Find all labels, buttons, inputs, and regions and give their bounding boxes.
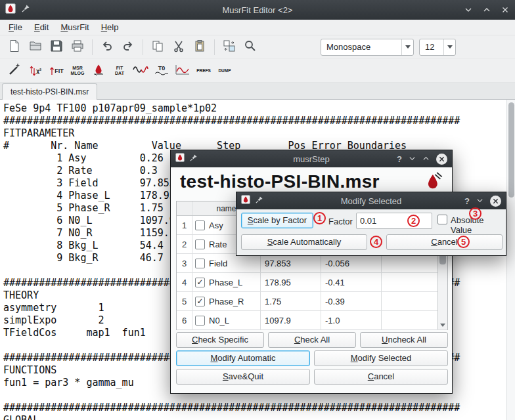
print-icon <box>71 39 84 55</box>
scale-by-factor-button[interactable]: Scale by Factor <box>241 213 313 228</box>
close-icon[interactable] <box>436 154 447 165</box>
musrfit-toolbar: χ² FIT MSR MLOG FIT DAT T0 PREFS DUMP <box>0 59 515 83</box>
paste-button[interactable] <box>189 37 210 57</box>
menu-item[interactable]: Help <box>95 20 125 34</box>
undo-button[interactable] <box>97 37 118 57</box>
param-name: N0_L <box>209 316 229 326</box>
redo-button[interactable] <box>118 37 139 57</box>
cut-button[interactable] <box>168 37 189 57</box>
table-row: 6 N0_L 1097.9 -1.0 <box>177 311 447 330</box>
cancel-button[interactable]: Cancel <box>386 234 503 250</box>
copy-button[interactable] <box>147 37 168 57</box>
undo-icon <box>101 39 114 55</box>
dump-button[interactable]: DUMP <box>214 61 235 81</box>
chevron-down-icon[interactable] <box>401 39 413 55</box>
window-title: MusrFit Editor <2> <box>0 5 515 15</box>
modify-selected-button[interactable]: Modify Selected <box>314 350 448 366</box>
row-number: 1 <box>177 216 192 234</box>
musrstep-dialog: musrStep ? test-histo-PSI-BIN.msr name 1… <box>170 150 453 394</box>
editor-scrollbar[interactable] <box>506 100 515 420</box>
modify-automatic-button[interactable]: Modify Automatic <box>176 350 310 366</box>
dump-icon: DUMP <box>215 68 235 74</box>
uncheck-all-button[interactable]: Uncheck All <box>360 332 448 348</box>
annotation-5-circle: 5 <box>457 236 470 248</box>
prefs-icon: PREFS <box>194 68 213 74</box>
param-value: 178.95 <box>261 273 321 291</box>
calc-chisq-icon: χ² <box>30 66 41 76</box>
row-number: 6 <box>177 311 192 329</box>
cancel-button[interactable]: Cancel <box>314 369 448 385</box>
help-icon[interactable]: ? <box>397 154 402 164</box>
wave-button[interactable] <box>130 61 151 81</box>
row-checkbox[interactable] <box>195 259 205 268</box>
close-icon[interactable] <box>501 5 510 14</box>
musrview-icon <box>93 64 104 78</box>
menubar: FileEditMusrFitHelp <box>0 20 515 35</box>
fit-dat-button[interactable]: FIT DAT <box>109 61 130 81</box>
scroll-down-icon[interactable] <box>438 320 447 329</box>
param-name: Field <box>209 259 227 268</box>
font-size-value: 12 <box>420 42 443 52</box>
musrfit-button[interactable]: FIT <box>46 61 67 81</box>
scrollbar-thumb[interactable] <box>508 102 514 198</box>
font-select[interactable]: Monospace <box>321 39 414 56</box>
app-logo-icon <box>175 153 185 165</box>
print-button[interactable] <box>67 37 88 57</box>
pin-icon[interactable] <box>255 195 263 207</box>
close-icon[interactable] <box>490 196 501 207</box>
new-file-button[interactable] <box>4 37 25 57</box>
calc-chisq-button[interactable]: χ² <box>25 61 46 81</box>
param-step: -1.0 <box>321 311 382 329</box>
pin-icon[interactable] <box>189 153 198 165</box>
modify-titlebar: Modify Selected ? <box>236 192 506 209</box>
factor-input[interactable] <box>356 213 432 229</box>
musrwiz-button[interactable] <box>4 61 25 81</box>
font-size-select[interactable]: 12 <box>419 39 456 56</box>
fit-dat-icon: FIT DAT <box>110 66 129 76</box>
menu-item[interactable]: Edit <box>28 20 55 34</box>
save-button[interactable] <box>46 37 67 57</box>
main-toolbar: Monospace 12 <box>0 35 515 59</box>
row-checkbox[interactable] <box>195 316 205 326</box>
check-all-button[interactable]: Check All <box>268 332 356 348</box>
musrview-button[interactable] <box>88 61 109 81</box>
save-quit-button[interactable]: Save&Quit <box>176 369 310 385</box>
factor-label: Factor <box>328 217 353 226</box>
param-step: -0.41 <box>321 273 382 291</box>
minimize-icon[interactable] <box>476 195 483 207</box>
annotation-4-circle: 4 <box>370 236 382 248</box>
maximize-icon[interactable] <box>482 5 491 14</box>
row-checkbox[interactable]: ✓ <box>195 297 205 306</box>
row-number: 2 <box>177 235 192 253</box>
plot-button[interactable] <box>172 61 193 81</box>
minimize-icon[interactable] <box>464 5 473 14</box>
find-button[interactable] <box>240 37 261 57</box>
swap-msr-mlog-button[interactable]: MSR MLOG <box>67 61 88 81</box>
wave-icon <box>133 64 148 78</box>
t0-button[interactable]: T0 <box>151 61 172 81</box>
scale-automatically-button[interactable]: Scale Automatically <box>241 234 367 250</box>
open-file-button[interactable] <box>25 37 46 57</box>
minimize-icon[interactable] <box>409 153 416 165</box>
chevron-down-icon[interactable] <box>443 39 455 55</box>
help-icon[interactable]: ? <box>464 196 470 206</box>
param-name: Asy <box>209 220 223 230</box>
tab-msr-file[interactable]: test-histo-PSI-BIN.msr <box>2 83 97 100</box>
replace-button[interactable] <box>219 37 240 57</box>
prefs-button[interactable]: PREFS <box>193 61 214 81</box>
absolute-value-checkbox[interactable] <box>437 215 447 224</box>
row-checkbox[interactable]: ✓ <box>195 278 205 287</box>
window-titlebar: MusrFit Editor <2> <box>0 0 515 20</box>
maximize-icon[interactable] <box>422 153 430 165</box>
param-name: Phase_R <box>209 297 244 306</box>
paste-icon <box>193 39 206 55</box>
menu-item[interactable]: File <box>3 20 28 34</box>
annotation-1-circle: 1 <box>313 212 326 224</box>
row-checkbox[interactable] <box>195 240 205 249</box>
replace-icon <box>223 39 236 55</box>
row-checkbox[interactable] <box>195 220 205 230</box>
find-icon <box>244 39 257 55</box>
menu-item[interactable]: MusrFit <box>55 20 95 34</box>
save-icon <box>50 39 63 55</box>
check-specific-button[interactable]: Check Specific <box>176 332 264 348</box>
